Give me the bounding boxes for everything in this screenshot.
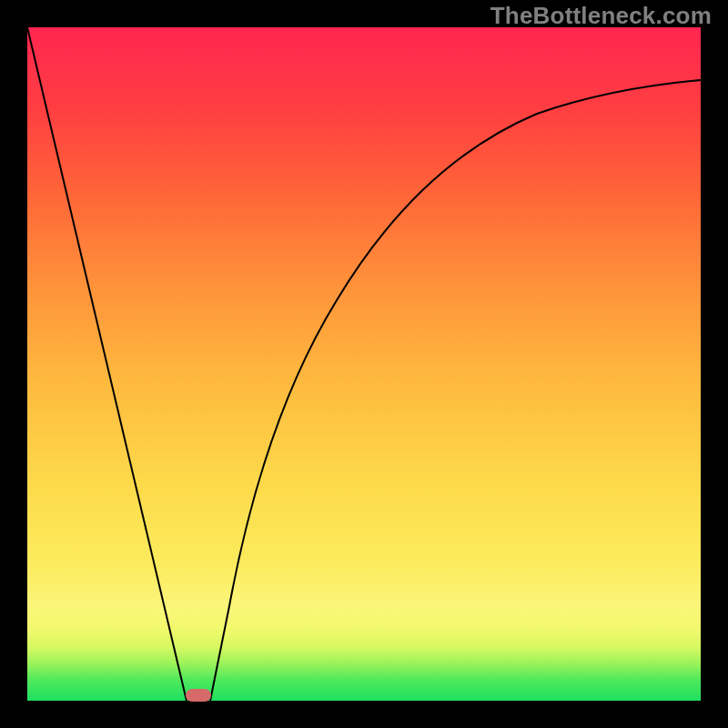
plot-area (27, 27, 701, 701)
curve-svg (27, 27, 701, 701)
watermark-text: TheBottleneck.com (490, 2, 712, 30)
curve-left-branch (27, 27, 187, 701)
curve-right-branch (210, 80, 701, 701)
trough-marker (186, 689, 211, 702)
chart-frame: TheBottleneck.com (0, 0, 728, 728)
